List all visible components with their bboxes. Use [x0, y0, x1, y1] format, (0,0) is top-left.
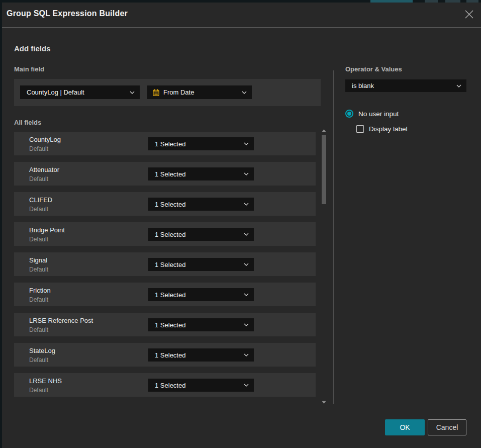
field-select-dropdown[interactable]: 1 Selected	[148, 258, 254, 271]
field-name: CLIFED	[29, 196, 52, 204]
group-sql-expression-builder-dialog: Group SQL Expression Builder Add fields …	[2, 3, 481, 448]
field-selected-value: 1 Selected	[148, 170, 185, 178]
scrollbar-thumb[interactable]	[322, 135, 326, 204]
chevron-down-icon	[456, 84, 461, 87]
field-name: Attenuator	[29, 166, 59, 173]
chevron-down-icon	[244, 323, 249, 326]
chevron-down-icon	[244, 293, 249, 296]
checkbox-unchecked-icon	[356, 125, 364, 133]
field-name: LRSE NHS	[29, 377, 62, 385]
main-field-source-dropdown[interactable]: CountyLog | Default	[20, 85, 140, 99]
scrollbar-down-icon[interactable]	[322, 400, 326, 404]
main-field-source-value: CountyLog | Default	[20, 88, 84, 96]
close-button[interactable]	[463, 9, 475, 21]
field-selected-value: 1 Selected	[148, 351, 185, 359]
field-row: Bridge Point Default 1 Selected	[14, 222, 316, 246]
field-selected-value: 1 Selected	[148, 201, 185, 208]
field-subtitle: Default	[29, 296, 48, 303]
no-user-input-radio[interactable]: No user input	[345, 110, 399, 118]
main-field-label: Main field	[14, 65, 44, 73]
cancel-button[interactable]: Cancel	[428, 419, 466, 435]
field-select-dropdown[interactable]: 1 Selected	[148, 137, 254, 150]
close-icon	[465, 10, 473, 21]
field-row: LRSE Reference Post Default 1 Selected	[14, 313, 316, 336]
chevron-down-icon	[244, 263, 249, 266]
chevron-down-icon	[244, 142, 249, 145]
field-name: Signal	[29, 256, 47, 264]
operator-value: is blank	[345, 82, 374, 89]
panel-divider	[333, 70, 334, 404]
display-label-label: Display label	[369, 125, 408, 133]
main-field-date-value: From Date	[160, 88, 194, 96]
field-selected-value: 1 Selected	[148, 140, 185, 148]
no-user-input-label: No user input	[358, 110, 399, 118]
field-select-dropdown[interactable]: 1 Selected	[148, 348, 254, 362]
all-fields-list: CountyLog Default 1 Selected Attenuator …	[14, 132, 316, 403]
field-selected-value: 1 Selected	[148, 261, 185, 268]
field-subtitle: Default	[29, 236, 48, 243]
radio-selected-icon	[345, 110, 353, 118]
field-row: StateLog Default 1 Selected	[14, 343, 316, 367]
field-select-dropdown[interactable]: 1 Selected	[148, 288, 254, 301]
chevron-down-icon	[130, 91, 135, 94]
field-name: LRSE Reference Post	[29, 317, 93, 324]
chevron-down-icon	[244, 233, 249, 236]
field-selected-value: 1 Selected	[148, 231, 185, 238]
chevron-down-icon	[244, 384, 249, 387]
field-row: Signal Default 1 Selected	[14, 252, 316, 276]
chevron-down-icon	[244, 203, 249, 206]
operator-values-label: Operator & Values	[345, 65, 402, 73]
main-field-panel: CountyLog | Default From Date	[14, 79, 321, 106]
field-select-dropdown[interactable]: 1 Selected	[148, 167, 254, 181]
field-selected-value: 1 Selected	[148, 321, 185, 329]
dialog-title: Group SQL Expression Builder	[7, 9, 128, 18]
field-select-dropdown[interactable]: 1 Selected	[148, 198, 254, 211]
field-subtitle: Default	[29, 145, 48, 152]
field-subtitle: Default	[29, 206, 48, 213]
field-select-dropdown[interactable]: 1 Selected	[148, 379, 254, 392]
chevron-down-icon	[244, 353, 249, 356]
dialog-titlebar: Group SQL Expression Builder	[2, 3, 481, 28]
field-selected-value: 1 Selected	[148, 382, 185, 389]
field-name: StateLog	[29, 347, 55, 354]
field-name: CountyLog	[29, 136, 61, 143]
field-subtitle: Default	[29, 175, 48, 183]
field-row: Attenuator Default 1 Selected	[14, 162, 316, 186]
display-label-checkbox[interactable]: Display label	[356, 125, 408, 133]
chevron-down-icon	[242, 91, 247, 94]
main-field-date-dropdown[interactable]: From Date	[147, 85, 252, 99]
list-scrollbar[interactable]	[321, 129, 327, 404]
field-subtitle: Default	[29, 266, 48, 273]
field-name: Friction	[29, 287, 51, 294]
scrollbar-up-icon[interactable]	[322, 129, 326, 133]
ok-button[interactable]: OK	[385, 419, 425, 435]
field-select-dropdown[interactable]: 1 Selected	[148, 318, 254, 331]
field-row: Friction Default 1 Selected	[14, 283, 316, 306]
field-selected-value: 1 Selected	[148, 291, 185, 299]
calendar-icon	[147, 88, 160, 97]
field-row: CountyLog Default 1 Selected	[14, 132, 316, 155]
field-name: Bridge Point	[29, 226, 65, 234]
field-row: LRSE NHS Default 1 Selected	[14, 373, 316, 397]
field-row: CLIFED Default 1 Selected	[14, 192, 316, 216]
add-fields-heading: Add fields	[14, 44, 51, 53]
field-select-dropdown[interactable]: 1 Selected	[148, 228, 254, 241]
all-fields-label: All fields	[14, 119, 41, 126]
operator-dropdown[interactable]: is blank	[345, 79, 466, 92]
field-subtitle: Default	[29, 356, 48, 364]
field-subtitle: Default	[29, 326, 48, 333]
field-subtitle: Default	[29, 387, 48, 394]
chevron-down-icon	[244, 172, 249, 175]
